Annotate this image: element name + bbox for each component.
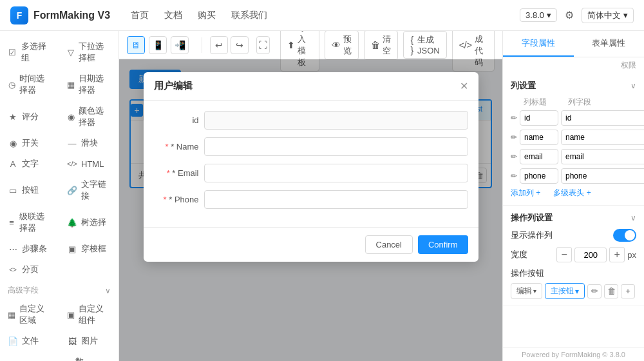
sidebar-item-date-picker[interactable]: ▦ 日期选择器 bbox=[59, 68, 118, 101]
preview-btn[interactable]: 👁 预览 bbox=[325, 31, 359, 60]
undo-btn[interactable]: ↩ bbox=[210, 36, 228, 54]
generate-json-btn[interactable]: { } 生成JSON bbox=[403, 31, 446, 59]
tablet-view-btn[interactable]: 📱 bbox=[149, 36, 167, 54]
clear-btn[interactable]: 🗑 清空 bbox=[364, 31, 398, 60]
version-text: 3.8.0 bbox=[526, 10, 544, 20]
nav-docs[interactable]: 文档 bbox=[164, 10, 182, 21]
sidebar-label-link: 文字链接 bbox=[81, 179, 111, 202]
width-row: 宽度 − + px bbox=[511, 247, 636, 262]
show-ops-toggle[interactable] bbox=[613, 229, 636, 242]
sidebar-item-dropdown[interactable]: ▽ 下拉选择框 bbox=[59, 36, 118, 68]
transfer-icon: ▣ bbox=[67, 244, 77, 254]
top-nav: F FormMaking V3 首页 文档 购买 联系我们 3.8.0 ▾ ⚙ … bbox=[0, 0, 644, 31]
col-settings-section: 列设置 ∨ 列标题 列字段 ✏ 🗑 + ✏ 🗑 + bbox=[503, 73, 644, 206]
multi-header-link[interactable]: 多级表头 + bbox=[553, 188, 591, 199]
col-header-row: 列标题 列字段 bbox=[511, 97, 636, 108]
sidebar-item-transfer[interactable]: ▣ 穿梭框 bbox=[59, 239, 118, 259]
col-settings-collapse[interactable]: ∨ bbox=[630, 81, 636, 90]
confirm-button[interactable]: Confirm bbox=[418, 235, 468, 254]
sidebar-item-time-picker[interactable]: ◷ 时间选择器 bbox=[0, 68, 59, 101]
redo-btn[interactable]: ↪ bbox=[231, 36, 249, 54]
right-panel-tabs: 字段属性 表单属性 bbox=[503, 31, 644, 57]
file-icon: 📄 bbox=[8, 336, 18, 346]
modal-footer: Cancel Confirm bbox=[144, 227, 478, 262]
nav-home[interactable]: 首页 bbox=[131, 10, 149, 21]
sidebar-item-cascade[interactable]: ≡ 级联选择器 bbox=[0, 206, 59, 239]
sidebar-item-pagination[interactable]: <> 分页 bbox=[0, 259, 59, 280]
logo: F FormMaking V3 bbox=[10, 6, 110, 24]
sidebar-item-text[interactable]: A 文字 bbox=[0, 153, 59, 174]
name-input[interactable] bbox=[204, 137, 468, 156]
ops-delete-btn[interactable]: 🗑 bbox=[604, 284, 618, 298]
sidebar-item-slider[interactable]: — 滑块 bbox=[59, 133, 118, 153]
form-row-id: id bbox=[154, 111, 468, 130]
language-select[interactable]: 简体中文 ▾ bbox=[582, 8, 634, 23]
id-input[interactable] bbox=[204, 111, 468, 130]
col-title-id[interactable] bbox=[520, 110, 558, 126]
sidebar-item-switch[interactable]: ◉ 开关 bbox=[0, 133, 59, 153]
width-control: − + px bbox=[556, 247, 636, 262]
primary-btn-label: 主按钮 bbox=[551, 286, 574, 297]
sidebar-item-file[interactable]: 📄 文件 bbox=[0, 331, 59, 351]
sidebar-item-link[interactable]: 🔗 文字链接 bbox=[59, 174, 118, 206]
logo-icon: F bbox=[10, 6, 28, 24]
sidebar-item-rating[interactable]: ★ 评分 bbox=[0, 101, 59, 133]
col-field-id[interactable] bbox=[561, 110, 644, 126]
modal-title: 用户编辑 bbox=[154, 80, 193, 92]
sidebar-item-steps[interactable]: ⋯ 步骤条 bbox=[0, 239, 59, 259]
advanced-collapse-icon[interactable]: ∨ bbox=[105, 286, 111, 295]
col-title-phone[interactable] bbox=[520, 168, 558, 184]
phone-input[interactable] bbox=[204, 190, 468, 209]
tab-field-props[interactable]: 字段属性 bbox=[503, 31, 574, 57]
sidebar-label-text: 文字 bbox=[22, 158, 39, 170]
version-select[interactable]: 3.8.0 ▾ bbox=[520, 8, 557, 22]
col-field-name[interactable] bbox=[561, 130, 644, 145]
sidebar-item-button[interactable]: ▭ 按钮 bbox=[0, 174, 59, 206]
sidebar-label-switch: 开关 bbox=[22, 137, 39, 149]
version-arrow: ▾ bbox=[547, 10, 551, 20]
email-input[interactable] bbox=[204, 164, 468, 182]
undo-redo-group: ↩ ↪ bbox=[210, 36, 249, 54]
nav-buy[interactable]: 购买 bbox=[198, 10, 216, 21]
col-settings-title: 列设置 bbox=[511, 80, 536, 92]
edit-pencil-email[interactable]: ✏ bbox=[511, 152, 517, 161]
sidebar-item-tree[interactable]: 🌲 树选择 bbox=[59, 206, 118, 239]
width-decrease-btn[interactable]: − bbox=[556, 247, 572, 262]
sidebar-item-image[interactable]: 🖼 图片 bbox=[59, 331, 118, 351]
expand-btn[interactable]: ⛶ bbox=[256, 36, 270, 54]
width-input[interactable] bbox=[574, 248, 607, 262]
primary-btn-tag[interactable]: 主按钮 ▾ bbox=[545, 283, 585, 299]
sidebar-item-editor[interactable]: ✏ 编辑器 bbox=[0, 351, 56, 361]
nav-right: 3.8.0 ▾ ⚙ 简体中文 ▾ bbox=[520, 8, 634, 23]
sidebar-label-rating: 评分 bbox=[22, 111, 39, 122]
ops-add-btn[interactable]: + bbox=[621, 284, 635, 298]
sidebar-label-button: 按钮 bbox=[22, 184, 39, 196]
modal-close-btn[interactable]: ✕ bbox=[460, 80, 468, 92]
edit-pencil-name[interactable]: ✏ bbox=[511, 133, 517, 142]
add-col-link[interactable]: 添加列 + bbox=[511, 188, 540, 199]
width-increase-btn[interactable]: + bbox=[609, 247, 625, 262]
sidebar-item-multi-select[interactable]: ☑ 多选择组 bbox=[0, 36, 59, 68]
cancel-button[interactable]: Cancel bbox=[365, 235, 413, 254]
edit-btn-tag[interactable]: 编辑 ▾ bbox=[511, 283, 542, 299]
ops-settings-collapse[interactable]: ∨ bbox=[630, 213, 636, 222]
edit-pencil-phone[interactable]: ✏ bbox=[511, 171, 517, 180]
advanced-section-title[interactable]: 高级字段 ∨ bbox=[0, 280, 118, 298]
col-field-phone[interactable] bbox=[561, 168, 644, 184]
sidebar-item-color[interactable]: ◉ 颜色选择器 bbox=[59, 101, 118, 133]
desktop-view-btn[interactable]: 🖥 bbox=[127, 36, 145, 54]
sidebar-item-data-table[interactable]: ▦ 数据表格 New bbox=[56, 351, 118, 361]
sidebar-item-custom-area[interactable]: ▦ 自定义区域 bbox=[0, 298, 59, 331]
col-title-email[interactable] bbox=[520, 149, 558, 164]
sidebar-item-html[interactable]: </> HTML bbox=[59, 153, 118, 174]
col-field-email[interactable] bbox=[561, 149, 644, 164]
col-title-name[interactable] bbox=[520, 130, 558, 145]
mobile-view-btn[interactable]: 📲 bbox=[171, 36, 189, 54]
sidebar-item-custom-component[interactable]: ▣ 自定义组件 bbox=[59, 298, 118, 331]
nav-contact[interactable]: 联系我们 bbox=[231, 10, 267, 21]
ops-edit-icon-btn[interactable]: ✏ bbox=[587, 284, 601, 298]
tab-form-props[interactable]: 表单属性 bbox=[574, 31, 645, 57]
edit-pencil-id[interactable]: ✏ bbox=[511, 113, 517, 122]
form-row-name: * Name bbox=[154, 137, 468, 156]
settings-icon[interactable]: ⚙ bbox=[565, 9, 574, 21]
